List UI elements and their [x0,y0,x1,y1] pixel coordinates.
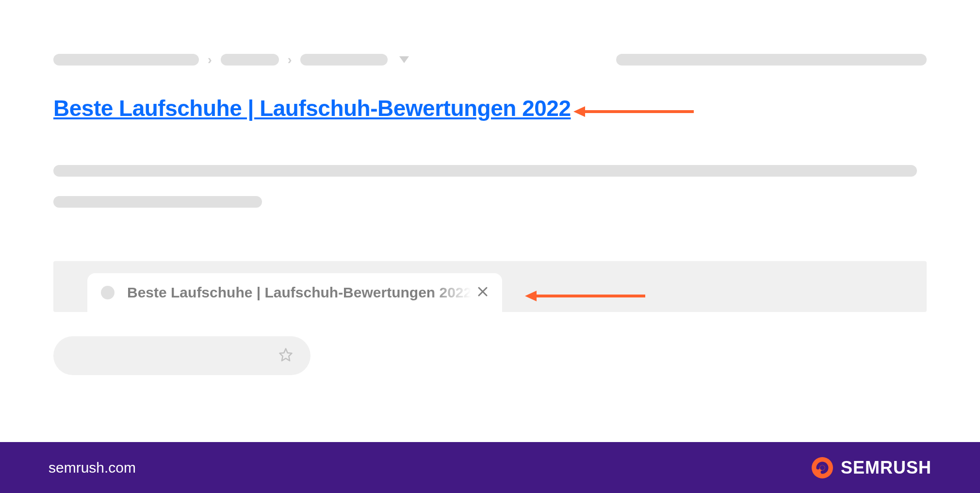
url-bar-placeholder [53,336,310,375]
semrush-flame-icon [811,456,834,479]
description-placeholder-line [53,165,917,177]
breadcrumb-placeholder [53,54,199,66]
triangle-down-icon [399,56,409,63]
breadcrumb-right-placeholder [616,54,927,66]
chevron-right-icon: › [208,53,212,66]
tab-favicon-placeholder [101,286,114,299]
serp-result-title-link[interactable]: Beste Laufschuhe | Laufschuh-Bewertungen… [53,95,571,121]
breadcrumb: › › [53,53,927,66]
annotation-arrow [572,104,694,119]
breadcrumb-placeholder [221,54,279,66]
footer-domain: semrush.com [49,460,136,476]
brand-logo: SEMRUSH [811,456,931,479]
svg-marker-4 [573,106,585,117]
browser-tab[interactable]: Beste Laufschuhe | Laufschuh-Bewertungen… [87,273,502,312]
close-icon [477,286,489,297]
footer-bar: semrush.com SEMRUSH [0,442,980,493]
brand-wordmark: SEMRUSH [841,458,931,478]
close-tab-button[interactable] [477,285,489,300]
breadcrumb-placeholder [300,54,388,66]
tab-title-container: Beste Laufschuhe | Laufschuh-Bewertungen… [127,284,489,301]
chevron-right-icon: › [288,53,292,66]
svg-point-8 [820,465,825,470]
description-placeholder-line [53,196,262,208]
svg-marker-2 [280,349,292,361]
annotation-arrow [524,289,645,303]
svg-marker-6 [525,291,537,301]
tab-title: Beste Laufschuhe | Laufschuh-Bewertungen… [127,284,472,300]
bookmark-star-icon[interactable] [278,347,293,364]
browser-tab-strip: Beste Laufschuhe | Laufschuh-Bewertungen… [53,261,927,312]
